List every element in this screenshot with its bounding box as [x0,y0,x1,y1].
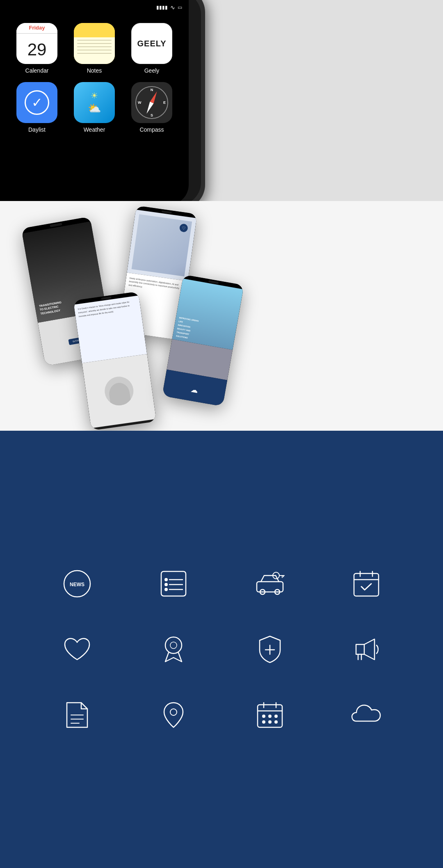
phone1-title: TRANSITIONINGTO ELECTRICTECHNOLOGY [39,300,63,316]
phone4-building-bg: IMPROVING URBANLIFEINNOVATIONBEAUTY ANDT… [172,279,243,350]
icons-section: NEWS [0,431,443,868]
document-icon [61,699,94,731]
compass-s: S [151,113,153,117]
icons-grid: NEWS [37,563,406,736]
svg-point-38 [263,721,265,723]
svg-point-21 [170,642,177,649]
svg-point-36 [269,715,271,717]
app-compass[interactable]: N S E W Compass [127,82,176,133]
svg-point-37 [275,715,277,717]
icon-heart[interactable] [37,629,117,670]
calendar-dots-icon [253,699,286,731]
app-weather[interactable]: ☀ ⛅ Weather [70,82,119,133]
compass-w: W [138,101,142,105]
icon-award[interactable] [133,629,213,670]
icon-car-key[interactable] [230,563,310,604]
sun-icon: ☀ [91,91,98,101]
svg-text:NEWS: NEWS [70,582,84,587]
cloud-icon [350,699,383,731]
phone2-top: ♡ [127,210,196,281]
compass-circle: N S E W [135,86,168,119]
calendar-label: Calendar [25,67,49,74]
signal-icon: ▮▮▮▮ [156,5,168,10]
svg-marker-24 [356,644,364,654]
phones-container: TRANSITIONINGTO ELECTRICTECHNOLOGY INTRO… [0,201,443,431]
location-icon [157,699,190,731]
status-bar: ▮▮▮▮ ∿ ▭ [0,0,189,11]
award-icon [157,633,190,666]
icon-news[interactable]: NEWS [37,563,117,604]
calendar-check-icon [350,567,383,600]
svg-rect-16 [354,573,379,596]
app-calendar[interactable]: Friday 29 Calendar [12,23,62,74]
news-icon: NEWS [61,567,94,600]
phone4-items-text: IMPROVING URBANLIFEINNOVATIONBEAUTY ANDT… [176,316,199,341]
calendar-date: 29 [27,41,47,58]
compass-n: N [151,88,153,92]
icon-document[interactable] [37,694,117,736]
shield-plus-icon [253,633,286,666]
phone-section: ▮▮▮▮ ∿ ▭ Friday 29 Calendar [0,0,443,201]
compass-label: Compass [139,126,164,133]
icon-calendar-check[interactable] [326,563,406,604]
daylist-check: ✓ [25,90,49,115]
checkmark-icon: ✓ [32,95,43,110]
battery-icon: ▭ [178,5,182,10]
svg-point-7 [165,588,167,591]
geely-label: Geely [144,67,160,74]
svg-point-3 [165,578,167,581]
app-grid: Friday 29 Calendar [0,15,189,141]
icon-megaphone[interactable] [326,629,406,670]
icon-list[interactable] [133,563,213,604]
svg-point-30 [170,709,177,715]
app-notes[interactable]: Notes [70,23,119,74]
phones-section: TRANSITIONINGTO ELECTRICTECHNOLOGY INTRO… [0,201,443,431]
phone3-text-area: It is Geely's mission to "drive change a… [74,295,147,363]
svg-point-5 [165,583,167,586]
list-icon [157,567,190,600]
svg-point-39 [269,721,271,723]
icon-location[interactable] [133,694,213,736]
compass-e: E [163,101,166,105]
calendar-day: Friday [16,25,57,31]
icon-shield-plus[interactable] [230,629,310,670]
svg-point-20 [165,637,182,653]
weather-label: Weather [84,126,105,133]
clouds-icon: ⛅ [88,102,101,115]
compass-needle [146,91,157,114]
car-key-icon [253,567,286,600]
svg-point-40 [275,721,277,723]
geely-text: GEELY [137,39,167,48]
heart-icon [61,633,94,666]
app-geely[interactable]: GEELY Geely [127,23,176,74]
notes-label: Notes [87,67,102,74]
megaphone-icon [350,633,383,666]
app-daylist[interactable]: ✓ Daylist [12,82,62,133]
daylist-label: Daylist [28,126,46,133]
wifi-icon: ∿ [170,4,175,11]
svg-point-35 [263,715,265,717]
icon-calendar-dots[interactable] [230,694,310,736]
icon-cloud[interactable] [326,694,406,736]
phone3-face-area [82,354,156,428]
phone4-cloud-icon: ☁ [190,385,199,395]
